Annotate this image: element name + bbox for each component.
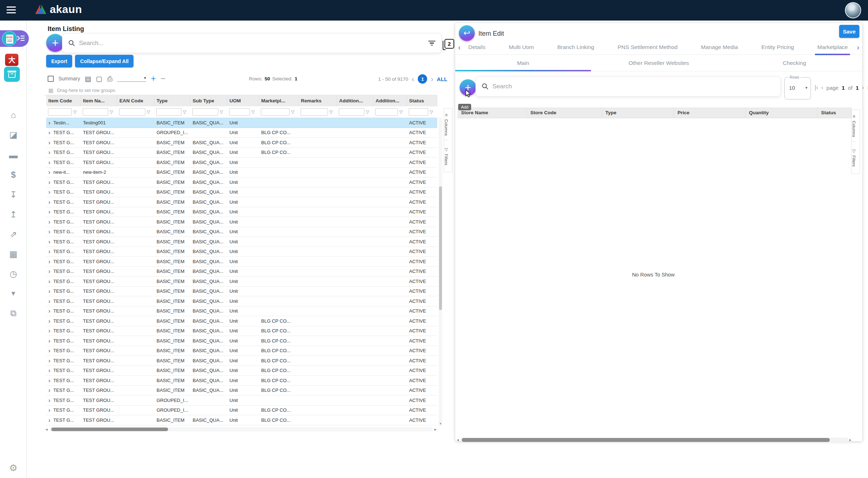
tab-branch-linking[interactable]: Branch Linking: [555, 40, 597, 55]
show-all-button[interactable]: ALL: [437, 76, 447, 82]
column-header[interactable]: EAN Code: [117, 95, 154, 106]
scroll-left-icon[interactable]: ◂: [45, 427, 48, 431]
row-expand-icon[interactable]: ›: [48, 348, 51, 354]
tab-pns-settlement-method[interactable]: PNS Settlement Method: [615, 40, 680, 55]
column-header[interactable]: UOM: [227, 95, 259, 106]
table-row[interactable]: ›TEST G...TEST GROU...BASIC_ITEMBASIC_QU…: [46, 316, 437, 326]
subtab-other-reseller-websites[interactable]: Other Reseller Websites: [591, 55, 727, 71]
tabs-scroll-right-icon[interactable]: ›: [857, 43, 859, 52]
reports-icon[interactable]: ⧉: [0, 309, 27, 318]
row-expand-icon[interactable]: ›: [48, 159, 51, 165]
column-filter-input[interactable]: [301, 108, 328, 116]
row-expand-icon[interactable]: ›: [48, 377, 51, 384]
summary-checkbox[interactable]: [48, 76, 54, 82]
row-expand-icon[interactable]: ›: [48, 387, 51, 393]
table-row[interactable]: ›TEST G...TEST GROU...GROUPED_I...UnitAC…: [46, 395, 437, 406]
collapse-expand-all-button[interactable]: Collapse/Expand All: [75, 55, 133, 67]
currency-exchange-icon[interactable]: $: [0, 171, 27, 179]
export-button[interactable]: Export: [46, 55, 72, 67]
table-row[interactable]: ›new-it...new-item-2BASIC_ITEMBASIC_QUA.…: [46, 168, 437, 178]
column-funnel-icon[interactable]: ▽: [366, 110, 369, 115]
table-row[interactable]: ›TEST G...TEST GROU...BASIC_ITEMBASIC_QU…: [46, 287, 437, 297]
image-icon[interactable]: ▦: [0, 250, 27, 258]
row-expand-icon[interactable]: ›: [48, 219, 51, 225]
table-row[interactable]: ›TEST G...TEST GROU...BASIC_ITEMBASIC_QU…: [46, 376, 437, 386]
add-item-button[interactable]: +: [46, 34, 64, 52]
column-filter-input[interactable]: [119, 108, 145, 116]
column-header[interactable]: Type: [154, 95, 190, 106]
row-expand-icon[interactable]: ›: [48, 258, 51, 265]
scroll-right-icon[interactable]: ▸: [434, 427, 437, 431]
row-expand-icon[interactable]: ›: [48, 229, 51, 235]
table-row[interactable]: ›TEST G...TEST GROU...BASIC_ITEMBASIC_QU…: [46, 197, 437, 207]
vertical-scrollbar[interactable]: [439, 118, 442, 426]
table-row[interactable]: ›TEST G...TEST GROU...BASIC_ITEMBASIC_QU…: [46, 336, 437, 346]
row-expand-icon[interactable]: ›: [48, 367, 51, 373]
horizontal-scrollbar-thumb[interactable]: [462, 438, 830, 442]
column-header[interactable]: Quantity: [745, 107, 817, 118]
row-expand-icon[interactable]: ›: [48, 338, 51, 344]
tab-manage-media[interactable]: Manage Media: [699, 40, 740, 55]
layout-2-icon[interactable]: 2: [444, 39, 454, 49]
row-expand-icon[interactable]: ›: [48, 358, 51, 364]
subtab-checking[interactable]: Checking: [727, 55, 862, 71]
collapse-rail-icon[interactable]: [17, 35, 25, 41]
tabs-scroll-left-icon[interactable]: ‹: [458, 43, 461, 52]
hamburger-menu-icon[interactable]: [6, 6, 16, 14]
settings-gear-icon[interactable]: ⚙: [0, 463, 27, 473]
tab-marketplace[interactable]: Marketplace: [815, 40, 850, 55]
table-row[interactable]: ›TEST G...TEST GROU...BASIC_ITEMBASIC_QU…: [46, 346, 437, 356]
column-header[interactable]: Item Na...: [81, 95, 117, 106]
column-funnel-icon[interactable]: ▽: [73, 110, 76, 115]
chevron-down-icon[interactable]: ▾: [805, 85, 807, 90]
column-funnel-icon[interactable]: ▽: [183, 110, 186, 115]
row-group-dropzone[interactable]: ▦ Drag here to set row groups: [43, 86, 437, 95]
column-header[interactable]: Marketpl...: [259, 95, 299, 106]
view-select-dropdown[interactable]: ▾: [117, 75, 146, 82]
remove-view-icon[interactable]: −: [161, 74, 166, 84]
horizontal-scrollbar[interactable]: [50, 427, 433, 431]
table-row[interactable]: ›TEST G...TEST GROU...BASIC_ITEMBASIC_QU…: [46, 148, 437, 158]
table-row[interactable]: ›TEST G...TEST GROU...BASIC_ITEMBASIC_QU…: [46, 326, 437, 336]
table-row[interactable]: ›TEST G...TEST GROU...BASIC_ITEMBASIC_QU…: [46, 138, 437, 148]
scroll-down-icon[interactable]: ▾: [439, 422, 442, 425]
column-filter-input[interactable]: [48, 108, 72, 116]
column-funnel-icon[interactable]: ▽: [110, 110, 113, 115]
subtab-main[interactable]: Main: [455, 55, 591, 71]
column-filter-input[interactable]: [83, 108, 108, 116]
tab-details[interactable]: Details: [466, 40, 487, 55]
row-expand-icon[interactable]: ›: [48, 328, 51, 334]
table-row[interactable]: ›TEST G...TEST GROU...BASIC_ITEMBASIC_QU…: [46, 276, 437, 287]
scroll-left-icon[interactable]: ◂: [457, 438, 459, 442]
user-avatar[interactable]: [845, 2, 861, 18]
item-maintenance-icon-active[interactable]: [4, 67, 20, 82]
table-row[interactable]: ›TEST G...TEST GROU...BASIC_ITEMBASIC_QU…: [46, 227, 437, 237]
column-funnel-icon[interactable]: ▽: [329, 110, 333, 115]
row-expand-icon[interactable]: ›: [48, 288, 51, 294]
column-header[interactable]: Type: [602, 107, 674, 118]
column-filter-input[interactable]: [261, 108, 290, 116]
column-header[interactable]: Remarks: [299, 95, 337, 106]
table-row[interactable]: ›TEST G...TEST GROU...BASIC_ITEMBASIC_QU…: [46, 177, 437, 187]
add-view-icon[interactable]: +: [151, 74, 156, 84]
row-expand-icon[interactable]: ›: [48, 239, 51, 245]
column-header[interactable]: Price: [674, 107, 745, 118]
column-funnel-icon[interactable]: ▽: [220, 110, 223, 115]
search-filter-icon[interactable]: [428, 41, 435, 46]
row-expand-icon[interactable]: ›: [48, 120, 51, 126]
column-filter-input[interactable]: [375, 108, 398, 116]
table-row[interactable]: ›TEST G...TEST GROU...GROUPED_I...UnitBL…: [46, 406, 437, 416]
row-expand-icon[interactable]: ›: [48, 278, 51, 284]
tag-icon[interactable]: ◪: [0, 130, 27, 139]
columns-side-tab[interactable]: ≡ Columns: [444, 109, 448, 140]
column-filter-input[interactable]: [156, 108, 181, 116]
filters-side-tab[interactable]: ▽ Filters: [444, 140, 448, 172]
table-row[interactable]: ›TEST G...TEST GROU...BASIC_ITEMBASIC_QU…: [46, 207, 437, 217]
table-row[interactable]: ›TEST G...TEST GROU...BASIC_ITEMBASIC_QU…: [46, 158, 437, 168]
column-funnel-icon[interactable]: ▽: [430, 110, 433, 115]
prev-page-icon[interactable]: ‹: [412, 75, 414, 83]
back-button[interactable]: ↩: [459, 25, 475, 41]
export-file-icon[interactable]: ⇗: [0, 230, 27, 239]
row-expand-icon[interactable]: ›: [48, 189, 51, 195]
row-expand-icon[interactable]: ›: [48, 318, 51, 324]
